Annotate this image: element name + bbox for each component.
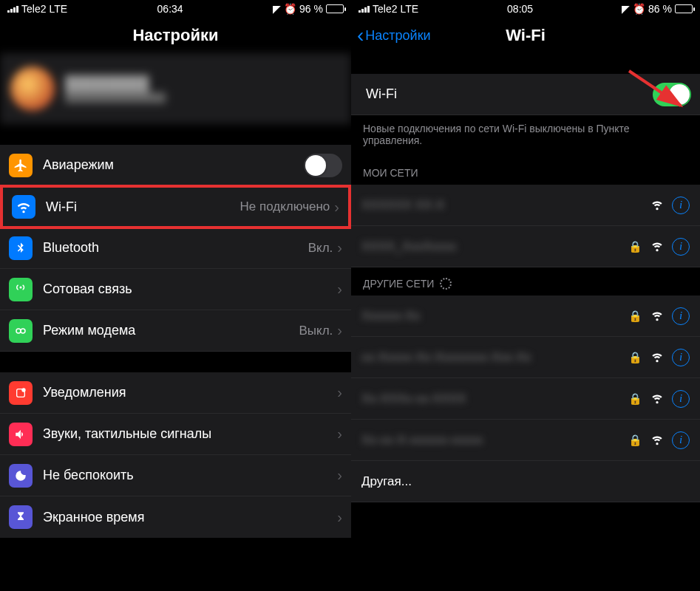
wifi-value: Не подключено [240,199,330,214]
wifi-toggle-label: Wi-Fi [366,86,653,102]
cellular-label: Сотовая связь [43,281,337,297]
network-row[interactable]: Xx-XXXx-xx-XXXX 🔒 i [351,378,700,420]
hotspot-row[interactable]: Режим модема Выкл. › [0,310,351,352]
other-label: Другая... [361,474,690,489]
network-type: LTE [49,3,67,15]
battery-pct: 86 % [648,3,672,15]
network-row[interactable]: Xxxxxx-Xx 🔒 i [351,296,700,337]
chevron-right-icon: › [337,281,342,298]
other-network-row[interactable]: Другая... [351,461,700,502]
wifi-signal-icon [650,390,665,408]
network-row[interactable]: xx-Xxxxx-Xx-Xxxxxxxx-Xxx-Xx 🔒 i [351,337,700,378]
svg-point-3 [21,388,25,392]
network-name: Xx-XXXx-xx-XXXX [361,392,628,406]
notifications-icon [9,381,33,405]
chevron-right-icon: › [337,384,342,401]
airplane-label: Авиарежим [43,157,304,173]
cellular-row[interactable]: Сотовая связь › [0,269,351,310]
wifi-signal-icon [650,197,665,214]
battery-pct: 96 % [299,3,323,15]
notifications-label: Уведомления [43,385,337,400]
settings-screen: Tele2 LTE 06:34 ◤ ⏰ 96 % Настройки █████… [0,0,351,591]
wifi-icon [12,195,35,219]
wifi-toggle[interactable] [653,83,691,106]
wifi-signal-icon [650,238,665,256]
wifi-signal-icon [650,431,665,449]
wifi-toggle-row[interactable]: Wi-Fi [351,74,700,115]
lock-icon: 🔒 [628,310,642,323]
alarm-icon: ⏰ [633,3,645,15]
network-row[interactable]: XXXXXX XX-X i [351,185,700,226]
avatar [10,66,55,111]
bluetooth-value: Вкл. [308,241,333,256]
profile-row[interactable]: ████████ ████████████████ [0,53,351,124]
back-button[interactable]: ‹ Настройки [357,28,431,44]
chevron-right-icon: › [337,509,342,526]
airplane-mode-row[interactable]: Авиарежим [0,145,351,186]
chevron-right-icon: › [337,239,342,256]
sounds-label: Звуки, тактильные сигналы [43,426,337,442]
network-name: Xxxxxx-Xx [361,309,628,324]
wifi-signal-icon [650,307,665,325]
dnd-label: Не беспокоить [43,468,337,483]
network-type: LTE [400,3,418,15]
bluetooth-row[interactable]: Bluetooth Вкл. › [0,228,351,269]
bluetooth-label: Bluetooth [43,240,308,256]
signal-icon [7,5,18,13]
battery-icon [675,4,693,13]
clock: 08:05 [507,3,533,15]
hotspot-value: Выкл. [299,324,333,338]
info-icon[interactable]: i [672,349,690,366]
sounds-row[interactable]: Звуки, тактильные сигналы › [0,414,351,455]
screentime-row[interactable]: Экранное время › [0,496,351,538]
my-networks-header: МОИ СЕТИ [351,157,700,185]
bluetooth-icon [9,236,33,260]
wifi-settings-screen: Tele2 LTE 08:05 ◤ ⏰ 86 % ‹ Настройки Wi-… [351,0,700,591]
svg-point-1 [21,329,25,333]
lock-icon: 🔒 [628,392,642,406]
page-title: Wi-Fi [506,26,546,45]
cellular-icon [9,278,33,301]
chevron-left-icon: ‹ [357,30,364,42]
network-name: xx-Xxxxx-Xx-Xxxxxxxx-Xxx-Xx [361,350,628,365]
screentime-label: Экранное время [43,510,337,525]
chevron-right-icon: › [334,199,339,216]
location-icon: ◤ [622,3,630,15]
wifi-label: Wi-Fi [46,199,240,215]
status-bar: Tele2 LTE 08:05 ◤ ⏰ 86 % [351,0,700,18]
info-icon[interactable]: i [672,238,690,256]
network-row[interactable]: XXXX_XxxXxxxx 🔒 i [351,226,700,267]
chevron-right-icon: › [337,426,342,443]
hourglass-icon [9,505,33,529]
wifi-signal-icon [650,349,665,366]
wifi-help-text: Новые подключения по сети Wi-Fi выключен… [351,115,700,157]
sounds-icon [9,423,33,446]
notifications-row[interactable]: Уведомления › [0,372,351,414]
airplane-toggle[interactable] [304,154,342,177]
network-name: XXXXXX XX-X [361,198,650,213]
alarm-icon: ⏰ [284,3,296,15]
hotspot-icon [9,319,33,343]
clock: 06:34 [157,3,183,15]
network-name: XXXX_XxxXxxxx [361,239,628,254]
spinner-icon [440,278,452,290]
lock-icon: 🔒 [628,351,642,364]
info-icon[interactable]: i [672,307,690,325]
header: ‹ Настройки Wi-Fi [351,18,700,53]
dnd-row[interactable]: Не беспокоить › [0,455,351,496]
info-icon[interactable]: i [672,197,690,214]
page-title: Настройки [0,18,351,53]
network-row[interactable]: Xx-xx-X-xxxxxx-xxxxx 🔒 i [351,420,700,461]
signal-icon [359,5,370,13]
chevron-right-icon: › [337,322,342,339]
lock-icon: 🔒 [628,240,642,253]
carrier: Tele2 [373,3,397,15]
location-icon: ◤ [273,3,281,15]
other-networks-header: ДРУГИЕ СЕТИ [351,267,700,296]
lock-icon: 🔒 [628,434,642,447]
wifi-row[interactable]: Wi-Fi Не подключено › [0,185,351,229]
chevron-right-icon: › [337,467,342,484]
svg-point-0 [16,329,21,333]
info-icon[interactable]: i [672,390,690,408]
info-icon[interactable]: i [672,431,690,449]
